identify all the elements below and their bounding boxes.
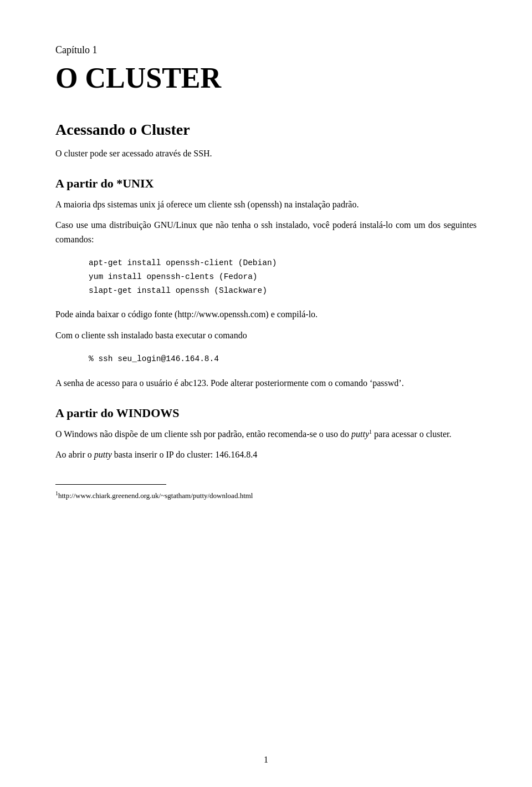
section-acessando-para1: O cluster pode ser acessado através de S… <box>55 146 477 161</box>
chapter-label: Capítulo 1 <box>55 44 477 56</box>
section-windows: A partir do WINDOWS O Windows não dispõe… <box>55 406 477 462</box>
section-unix-para4: Com o cliente ssh instalado basta execut… <box>55 328 477 343</box>
section-windows-para2: Ao abrir o putty basta inserir o IP do c… <box>55 448 477 462</box>
code-block-ssh: % ssh seu_login@146.164.8.4 <box>89 352 477 366</box>
footnote-text: http://www.chiark.greenend.org.uk/~sgtat… <box>58 491 253 500</box>
section-windows-title: A partir do WINDOWS <box>55 406 477 420</box>
footnote-rule <box>55 484 166 485</box>
section-unix-para3: Pode ainda baixar o código fonte (http:/… <box>55 307 477 322</box>
section-unix-para1: A maioria dps sistemas unix já oferece u… <box>55 197 477 212</box>
section-unix-title: A partir do *UNIX <box>55 176 477 191</box>
code-block-install: apt-get install openssh-client (Debian) … <box>89 256 477 297</box>
chapter-title: O CLUSTER <box>55 62 477 94</box>
page: Capítulo 1 O CLUSTER Acessando o Cluster… <box>0 0 532 787</box>
section-acessando-title: Acessando o Cluster <box>55 121 477 139</box>
section-unix-para2: Caso use uma distribuição GNU/Linux que … <box>55 218 477 246</box>
section-unix: A partir do *UNIX A maioria dps sistemas… <box>55 176 477 390</box>
section-acessando: Acessando o Cluster O cluster pode ser a… <box>55 121 477 161</box>
section-unix-para5: A senha de acesso para o usuário é abc12… <box>55 376 477 390</box>
page-number: 1 <box>264 755 268 765</box>
footnote: 1http://www.chiark.greenend.org.uk/~sgta… <box>55 489 477 501</box>
section-windows-para1: O Windows não dispõe de um cliente ssh p… <box>55 427 477 441</box>
